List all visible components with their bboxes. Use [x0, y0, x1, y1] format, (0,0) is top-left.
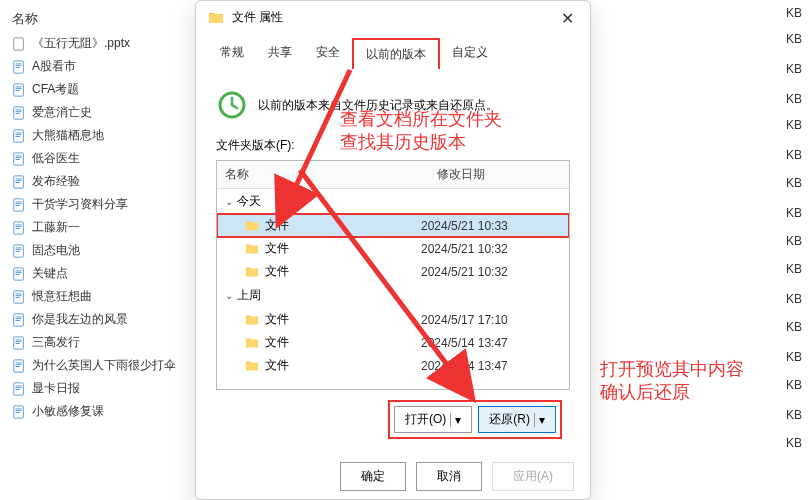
bg-file-name: CFA考题: [32, 81, 79, 98]
bg-column-header: 名称: [0, 6, 195, 32]
bg-file-name: 显卡日报: [32, 380, 80, 397]
bg-file-item[interactable]: 三高发行: [0, 331, 195, 354]
close-icon[interactable]: ✕: [553, 7, 582, 30]
folder-icon: [208, 10, 224, 26]
svg-rect-55: [16, 364, 22, 365]
svg-rect-14: [16, 132, 22, 133]
version-date: 2024/5/14 13:47: [421, 359, 561, 373]
properties-dialog: 文件 属性 ✕ 常规共享安全以前的版本自定义 以前的版本来自文件历史记录或来自还…: [195, 0, 591, 500]
svg-rect-24: [16, 182, 20, 183]
bg-file-item[interactable]: 关键点: [0, 262, 195, 285]
svg-rect-28: [16, 205, 20, 206]
bg-size-kb: KB: [772, 350, 802, 364]
version-item[interactable]: 文件2024/5/21 10:32: [217, 237, 569, 260]
svg-rect-40: [16, 274, 20, 275]
bg-file-item[interactable]: 爱意消亡史: [0, 101, 195, 124]
dialog-footer: 确定 取消 应用(A): [340, 462, 574, 491]
chevron-down-icon[interactable]: ▾: [534, 413, 545, 427]
version-list[interactable]: 名称 修改日期 ⌄今天文件2024/5/21 10:33文件2024/5/21 …: [216, 160, 570, 390]
bg-size-kb: KB: [772, 436, 802, 450]
doc-icon: [12, 60, 26, 74]
svg-rect-2: [16, 63, 22, 64]
bg-file-item[interactable]: 小敏感修复课: [0, 400, 195, 423]
bg-file-name: 《五行无阻》.pptx: [32, 35, 130, 52]
folder-icon: [245, 219, 259, 233]
version-item[interactable]: 文件2024/5/17 17:10: [217, 308, 569, 331]
tab-0[interactable]: 常规: [208, 38, 256, 69]
bg-size-kb: KB: [772, 378, 802, 392]
chevron-down-icon[interactable]: ▾: [450, 413, 461, 427]
svg-rect-20: [16, 159, 20, 160]
svg-rect-48: [16, 320, 20, 321]
doc-icon: [12, 382, 26, 396]
tab-3[interactable]: 以前的版本: [352, 38, 440, 69]
version-item[interactable]: 文件2024/5/14 13:47: [217, 354, 569, 377]
bg-file-item[interactable]: 干货学习资料分享: [0, 193, 195, 216]
version-date: 2024/5/21 10:32: [421, 265, 561, 279]
svg-rect-6: [16, 86, 22, 87]
doc-icon: [12, 244, 26, 258]
version-item[interactable]: 文件2024/5/21 10:33: [217, 214, 569, 237]
chevron-down-icon: ⌄: [225, 196, 233, 207]
tab-4[interactable]: 自定义: [440, 38, 500, 69]
ok-button[interactable]: 确定: [340, 462, 406, 491]
restore-button[interactable]: 还原(R)▾: [478, 406, 556, 433]
doc-icon: [12, 405, 26, 419]
version-date: 2024/5/21 10:33: [421, 219, 561, 233]
bg-file-name: 固态电池: [32, 242, 80, 259]
bg-file-name: 工藤新一: [32, 219, 80, 236]
bg-file-item[interactable]: 《五行无阻》.pptx: [0, 32, 195, 55]
col-name[interactable]: 名称: [217, 161, 429, 188]
svg-rect-22: [16, 178, 22, 179]
svg-rect-46: [16, 316, 22, 317]
bg-size-kb: KB: [772, 62, 802, 76]
tab-2[interactable]: 安全: [304, 38, 352, 69]
bg-file-item[interactable]: CFA考题: [0, 78, 195, 101]
dialog-title: 文件 属性: [232, 9, 283, 26]
bg-file-name: 关键点: [32, 265, 68, 282]
open-button[interactable]: 打开(O)▾: [394, 406, 472, 433]
bg-file-item[interactable]: 发布经验: [0, 170, 195, 193]
version-item[interactable]: 文件2024/5/14 13:47: [217, 331, 569, 354]
bg-file-item[interactable]: A股看市: [0, 55, 195, 78]
svg-rect-18: [16, 155, 22, 156]
svg-rect-47: [16, 318, 22, 319]
bg-file-name: 发布经验: [32, 173, 80, 190]
group-header[interactable]: ⌄上周: [217, 283, 569, 308]
bg-file-item[interactable]: 为什么英国人下雨很少打伞: [0, 354, 195, 377]
pptx-icon: [12, 37, 26, 51]
svg-rect-16: [16, 136, 20, 137]
bg-file-item[interactable]: 显卡日报: [0, 377, 195, 400]
version-name: 文件: [265, 357, 415, 374]
bg-size-kb: KB: [772, 262, 802, 276]
svg-rect-10: [16, 109, 22, 110]
tab-1[interactable]: 共享: [256, 38, 304, 69]
version-item[interactable]: 文件2024/5/21 10:32: [217, 260, 569, 283]
bg-file-name: 为什么英国人下雨很少打伞: [32, 357, 176, 374]
col-date[interactable]: 修改日期: [429, 161, 569, 188]
version-name: 文件: [265, 217, 415, 234]
svg-rect-15: [16, 134, 22, 135]
doc-icon: [12, 359, 26, 373]
bg-size-kb: KB: [772, 92, 802, 106]
bg-file-item[interactable]: 工藤新一: [0, 216, 195, 239]
bg-file-item[interactable]: 你是我左边的风景: [0, 308, 195, 331]
folder-icon: [245, 359, 259, 373]
cancel-button[interactable]: 取消: [416, 462, 482, 491]
svg-rect-62: [16, 408, 22, 409]
doc-icon: [12, 83, 26, 97]
bg-file-item[interactable]: 固态电池: [0, 239, 195, 262]
bg-file-item[interactable]: 大熊猫栖息地: [0, 124, 195, 147]
bg-file-item[interactable]: 低谷医生: [0, 147, 195, 170]
group-header[interactable]: ⌄今天: [217, 189, 569, 214]
svg-rect-50: [16, 339, 22, 340]
svg-rect-51: [16, 341, 22, 342]
bg-size-kb: KB: [772, 408, 802, 422]
bg-size-kb: KB: [772, 320, 802, 334]
svg-rect-8: [16, 90, 20, 91]
bg-file-item[interactable]: 恨意狂想曲: [0, 285, 195, 308]
list-header: 名称 修改日期: [217, 161, 569, 189]
annotation-1: 查看文档所在文件夹 查找其历史版本: [340, 108, 502, 155]
background-file-list: 名称 《五行无阻》.pptxA股看市CFA考题爱意消亡史大熊猫栖息地低谷医生发布…: [0, 0, 195, 429]
bg-size-kb: KB: [772, 148, 802, 162]
